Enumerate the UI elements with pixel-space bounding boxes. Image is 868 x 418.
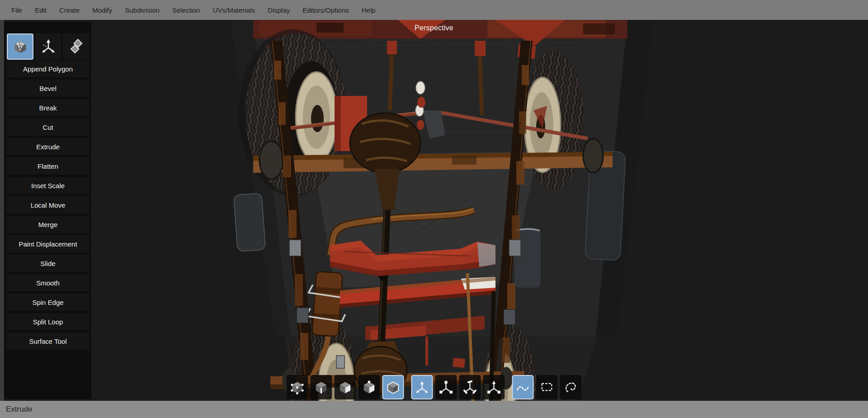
tool-merge[interactable]: Merge — [6, 216, 90, 233]
menu-subdivision[interactable]: Subdivision — [118, 6, 166, 14]
tool-cut[interactable]: Cut — [6, 119, 90, 136]
move-tool-button[interactable] — [411, 375, 433, 399]
left-edge-strip — [0, 20, 4, 401]
vertex-mode-icon — [289, 379, 306, 395]
manipulator-tools-group — [411, 375, 505, 399]
polygon-tools-mode-button[interactable] — [7, 33, 33, 60]
mode-button-row — [7, 33, 90, 60]
menu-uvs-materials[interactable]: UVs/Materials — [207, 6, 261, 14]
manipulator-tools-mode-button[interactable] — [35, 33, 61, 60]
tool-spin-edge[interactable]: Spin Edge — [6, 294, 90, 311]
rotate-tool-button[interactable] — [459, 375, 481, 399]
menu-selection[interactable]: Selection — [166, 6, 207, 14]
tiles-icon — [68, 38, 85, 55]
multi-mode-button[interactable] — [359, 375, 380, 399]
select-region-tools-group — [512, 375, 582, 399]
universal-tool-button[interactable] — [483, 375, 505, 399]
face-mode-icon — [337, 379, 354, 395]
edge-mode-button[interactable] — [311, 375, 332, 399]
edge-mode-icon — [313, 379, 330, 395]
lasso-select-button[interactable] — [560, 375, 582, 399]
tool-bevel[interactable]: Bevel — [6, 80, 90, 97]
menu-help[interactable]: Help — [355, 6, 382, 14]
scale-tool-button[interactable] — [435, 375, 457, 399]
object-mode-button[interactable] — [382, 375, 404, 399]
multi-mode-icon — [361, 379, 377, 395]
face-mode-button[interactable] — [335, 375, 356, 399]
tool-slide[interactable]: Slide — [6, 255, 90, 272]
menu-file[interactable]: File — [5, 6, 28, 14]
tool-button-list: Append PolygonBevelBreakCutExtrudeFlatte… — [6, 60, 90, 350]
vertex-mode-button[interactable] — [287, 375, 308, 399]
app-window: FileEditCreateModifySubdivisionSelection… — [0, 0, 868, 418]
poly-cube-icon — [12, 38, 29, 55]
paint-select-icon — [515, 379, 531, 395]
rotate-tool-icon — [462, 379, 478, 395]
move-tool-icon — [414, 379, 430, 395]
selection-modes-group — [287, 375, 404, 399]
paint-select-button[interactable] — [512, 375, 534, 399]
menu-modify[interactable]: Modify — [86, 6, 118, 14]
status-bar: Extrude — [0, 401, 868, 418]
tile-tools-mode-button[interactable] — [63, 33, 90, 60]
status-text: Extrude — [6, 405, 33, 414]
tool-break[interactable]: Break — [6, 99, 90, 116]
tool-local-move[interactable]: Local Move — [6, 196, 90, 214]
object-mode-icon — [385, 379, 401, 395]
scale-tool-icon — [438, 379, 454, 395]
tool-flatten[interactable]: Flatten — [6, 157, 90, 175]
menu-display[interactable]: Display — [261, 6, 296, 14]
rect-select-icon — [539, 379, 555, 395]
menu-create[interactable]: Create — [53, 6, 86, 14]
bottom-toolbar — [287, 375, 582, 399]
tool-extrude[interactable]: Extrude — [6, 138, 90, 155]
tool-side-panel: Append PolygonBevelBreakCutExtrudeFlatte… — [4, 22, 91, 399]
universal-tool-icon — [486, 379, 502, 395]
tool-split-loop[interactable]: Split Loop — [6, 313, 90, 330]
tool-inset-scale[interactable]: Inset Scale — [6, 177, 90, 194]
manipulator-icon — [40, 38, 57, 55]
tool-append-polygon[interactable]: Append Polygon — [6, 60, 90, 77]
tool-surface-tool[interactable]: Surface Tool — [6, 332, 90, 350]
menu-editors-options[interactable]: Editors/Options — [296, 6, 355, 14]
viewport-3d[interactable]: Perspective — [0, 20, 868, 401]
truck-chassis-model — [0, 20, 868, 401]
menu-edit[interactable]: Edit — [28, 6, 53, 14]
tool-smooth[interactable]: Smooth — [6, 274, 90, 291]
viewport-label: Perspective — [0, 24, 868, 32]
tool-paint-displacement[interactable]: Paint Displacement — [6, 235, 90, 252]
lasso-select-icon — [563, 379, 579, 395]
rect-select-button[interactable] — [536, 375, 558, 399]
menu-bar: FileEditCreateModifySubdivisionSelection… — [0, 0, 868, 20]
